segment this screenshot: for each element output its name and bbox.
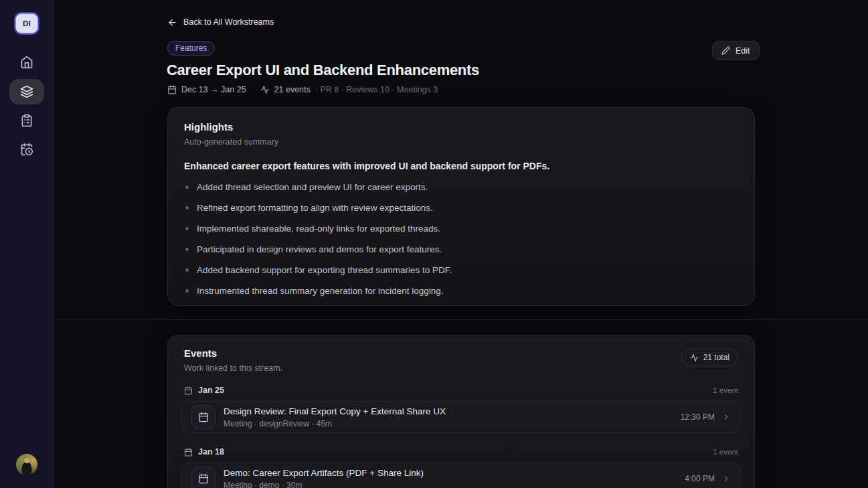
home-icon — [20, 56, 33, 69]
calendar-clock-icon — [20, 143, 33, 156]
event-group-date: Jan 18 — [184, 447, 224, 457]
app-logo[interactable]: DI — [15, 13, 38, 33]
chevron-right-icon — [721, 474, 731, 483]
calendar-icon — [184, 386, 193, 395]
event-meta: Meeting · demo · 30m — [224, 481, 685, 488]
event-time: 12:30 PM — [681, 412, 715, 422]
date-range: Dec 13 → Jan 25 — [181, 85, 246, 94]
event-right: 12:30 PM — [681, 412, 731, 422]
pencil-icon — [721, 46, 730, 55]
events-count: 21 events — [274, 85, 311, 94]
calendar-icon — [198, 473, 209, 484]
events-header: Events Work linked to this stream. 21 to… — [181, 347, 741, 373]
event-meta: Meeting · designReview · 45m — [224, 419, 681, 428]
edit-button-label: Edit — [735, 46, 750, 56]
sidebar-item-tasks[interactable] — [9, 108, 44, 133]
events-total-badge: 21 total — [681, 349, 738, 366]
layers-icon — [20, 85, 33, 98]
event-right: 4:00 PM — [685, 474, 731, 483]
highlight-bullet: Instrumented thread summary generation f… — [184, 287, 738, 296]
highlight-bullet: Refined export formatting to align with … — [184, 204, 738, 213]
sidebar: DI — [0, 0, 54, 488]
header-meta-row: Dec 13 → Jan 25 21 events · PR 8 · Revie… — [167, 84, 438, 95]
event-texts: Demo: Career Export Artifacts (PDF + Sha… — [224, 468, 685, 488]
event-group-date-label: Jan 18 — [198, 447, 224, 457]
event-time: 4:00 PM — [685, 474, 715, 483]
highlights-bullet-list: Added thread selection and preview UI fo… — [184, 183, 738, 296]
page-title: Career Export UI and Backend Enhancement… — [167, 62, 479, 79]
meta-stats: · PR 8 · Reviews 10 · Meetings 3 — [315, 85, 438, 94]
event-group-date-label: Jan 25 — [198, 386, 224, 395]
calendar-icon — [167, 85, 177, 94]
highlights-card: Highlights Auto-generated summary Enhanc… — [167, 107, 755, 306]
events-heading: Events — [184, 347, 282, 359]
event-row[interactable]: Demo: Career Export Artifacts (PDF + Sha… — [181, 463, 741, 488]
highlight-bullet: Participated in design reviews and demos… — [184, 245, 738, 254]
event-group-count: 1 event — [713, 448, 738, 456]
event-row[interactable]: Design Review: Final Export Copy + Exter… — [181, 401, 741, 433]
section-divider — [54, 319, 868, 320]
events-subheading: Work linked to this stream. — [184, 363, 282, 373]
activity-icon — [260, 85, 270, 94]
event-title: Demo: Career Export Artifacts (PDF + Sha… — [224, 468, 685, 478]
events-header-text: Events Work linked to this stream. — [184, 347, 282, 373]
event-type-icon-box — [191, 405, 215, 429]
events-total-label: 21 total — [703, 353, 729, 362]
event-group-header: Jan 25 1 event — [181, 386, 741, 395]
chevron-right-icon — [721, 412, 731, 422]
highlight-bullet: Added backend support for exporting thre… — [184, 266, 738, 275]
highlights-subheading: Auto-generated summary — [184, 137, 738, 147]
back-link-label: Back to All Workstreams — [183, 17, 274, 27]
category-badge: Features — [167, 41, 215, 56]
event-texts: Design Review: Final Export Copy + Exter… — [224, 406, 681, 428]
event-group-count: 1 event — [713, 386, 738, 394]
event-group-header: Jan 18 1 event — [181, 447, 741, 457]
sidebar-item-workstreams[interactable] — [9, 79, 44, 104]
arrow-left-icon — [167, 17, 177, 27]
activity-icon — [690, 353, 699, 362]
event-title: Design Review: Final Export Copy + Exter… — [224, 406, 681, 416]
user-avatar[interactable] — [16, 454, 37, 475]
edit-button[interactable]: Edit — [712, 41, 760, 60]
highlights-heading: Highlights — [184, 121, 738, 133]
event-type-icon-box — [191, 467, 215, 488]
calendar-icon — [184, 448, 193, 457]
sidebar-item-schedule[interactable] — [9, 137, 44, 162]
clipboard-list-icon — [20, 114, 33, 127]
sidebar-item-home[interactable] — [9, 50, 44, 75]
event-group-date: Jan 25 — [184, 386, 224, 395]
highlight-bullet: Added thread selection and preview UI fo… — [184, 183, 738, 192]
back-to-workstreams-link[interactable]: Back to All Workstreams — [167, 17, 274, 27]
highlights-summary: Enhanced career export features with imp… — [184, 161, 738, 171]
calendar-icon — [198, 412, 209, 422]
events-card: Events Work linked to this stream. 21 to… — [167, 335, 755, 488]
highlight-bullet: Implemented shareable, read-only links f… — [184, 224, 738, 234]
